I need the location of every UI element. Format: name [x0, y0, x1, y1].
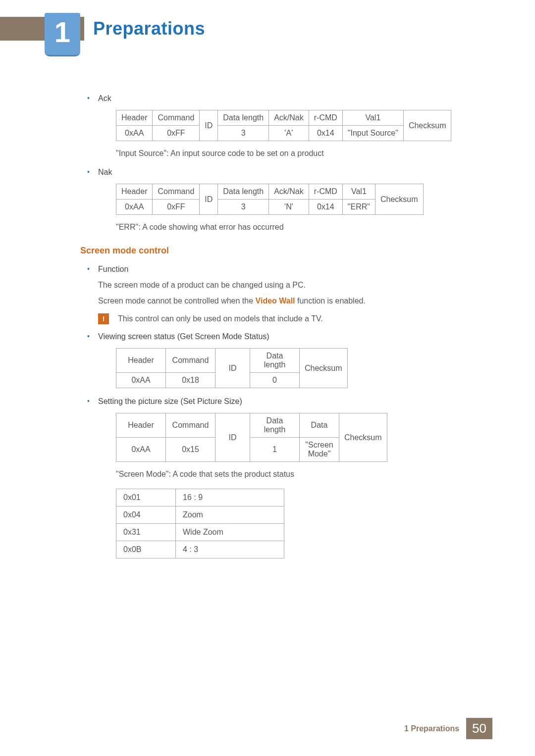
header-cell: Checksum: [339, 413, 387, 462]
header-cell: Header: [116, 349, 166, 373]
header-cell: Data length: [218, 110, 269, 126]
value-cell: 0xFF: [153, 126, 200, 141]
value-cell: 0xAA: [116, 200, 153, 215]
value-cell: 0x14: [309, 200, 342, 215]
mode-code: 0x31: [116, 524, 176, 541]
table-row: Header Command ID Data length Ack/Nak r-…: [116, 184, 424, 200]
setting-label: Setting the picture size (Set Picture Si…: [98, 397, 242, 405]
header-cell: Command: [153, 110, 200, 126]
value-cell: 3: [218, 126, 269, 141]
header-cell: Val1: [342, 110, 403, 126]
header-cell: Data length: [218, 184, 269, 200]
value-cell: 'A': [269, 126, 309, 141]
header-cell: ID: [200, 110, 218, 141]
mode-label: Wide Zoom: [176, 524, 284, 541]
value-cell: 0x15: [166, 438, 215, 462]
nak-item: Nak Header Command ID Data length Ack/Na…: [80, 168, 467, 232]
header-cell: Command: [153, 184, 200, 200]
footer-label: 1 Preparations: [404, 724, 459, 733]
set-table: Header Command ID Data length Data Check…: [116, 413, 387, 462]
chapter-number-badge: 1: [45, 13, 80, 56]
info-callout: ! This control can only be used on model…: [98, 313, 467, 324]
modes-table: 0x01 16 : 9 0x04 Zoom 0x31 Wide Zoom 0x0…: [116, 489, 284, 558]
value-cell: 3: [218, 200, 269, 215]
value-cell: 0x14: [309, 126, 342, 141]
ack-label: Ack: [98, 94, 111, 102]
header-cell: Data length: [250, 413, 300, 438]
header-cell: Checksum: [375, 184, 423, 215]
function-label: Function: [98, 265, 128, 273]
info-text: This control can only be used on models …: [118, 313, 323, 323]
value-cell: "Screen Mode": [300, 438, 339, 462]
set-note: "Screen Mode": A code that sets the prod…: [116, 470, 467, 479]
header-cell: r-CMD: [309, 110, 342, 126]
value-cell: 0: [250, 373, 300, 388]
header-cell: ID: [200, 184, 218, 215]
header-cell: Ack/Nak: [269, 110, 309, 126]
table-row: Header Command ID Data length Data Check…: [116, 413, 387, 438]
nak-table: Header Command ID Data length Ack/Nak r-…: [116, 184, 424, 215]
header-cell: Data length: [250, 349, 300, 373]
table-row: 0x0B 4 : 3: [116, 541, 284, 558]
value-cell: "Input Source": [342, 126, 403, 141]
value-cell: 0xAA: [116, 126, 153, 141]
table-row: 0x01 16 : 9: [116, 489, 284, 506]
video-wall-highlight: Video Wall: [256, 297, 295, 305]
value-cell: 0xFF: [153, 200, 200, 215]
warning-icon: !: [98, 313, 109, 324]
get-table: Header Command ID Data length Checksum 0…: [116, 348, 348, 388]
function-line2c: function is enabled.: [295, 297, 366, 305]
value-cell: 0x18: [166, 373, 215, 388]
function-line2: Screen mode cannot be controlled when th…: [98, 297, 467, 305]
value-cell: 1: [250, 438, 300, 462]
header-cell: Ack/Nak: [269, 184, 309, 200]
header-cell: Command: [166, 349, 215, 373]
header-cell: Header: [116, 184, 153, 200]
ack-table: Header Command ID Data length Ack/Nak r-…: [116, 110, 451, 141]
footer-page-number: 50: [466, 718, 492, 739]
nak-label: Nak: [98, 168, 112, 176]
function-line1: The screen mode of a product can be chan…: [98, 281, 467, 290]
viewing-label: Viewing screen status (Get Screen Mode S…: [98, 332, 269, 341]
header-cell: Command: [166, 413, 215, 438]
ack-item: Ack Header Command ID Data length Ack/Na…: [80, 94, 467, 158]
function-line2a: Screen mode cannot be controlled when th…: [98, 297, 256, 305]
header-cell: ID: [215, 413, 250, 462]
mode-label: 16 : 9: [176, 489, 284, 506]
function-item: Function The screen mode of a product ca…: [80, 265, 467, 324]
value-cell: 'N': [269, 200, 309, 215]
mode-label: Zoom: [176, 506, 284, 524]
page-footer: 1 Preparations 50: [404, 718, 492, 739]
mode-code: 0x04: [116, 506, 176, 524]
section-title: Screen mode control: [80, 246, 467, 256]
table-row: Header Command ID Data length Checksum: [116, 349, 348, 373]
header-cell: ID: [215, 349, 250, 388]
value-cell: 0xAA: [116, 373, 166, 388]
table-row: 0xAA 0xFF 3 'A' 0x14 "Input Source": [116, 126, 451, 141]
table-row: Header Command ID Data length Ack/Nak r-…: [116, 110, 451, 126]
viewing-item: Viewing screen status (Get Screen Mode S…: [80, 332, 467, 388]
table-row: 0x31 Wide Zoom: [116, 524, 284, 541]
header-cell: Val1: [342, 184, 375, 200]
mode-label: 4 : 3: [176, 541, 284, 558]
page-content: Ack Header Command ID Data length Ack/Na…: [80, 94, 467, 561]
mode-code: 0x01: [116, 489, 176, 506]
mode-code: 0x0B: [116, 541, 176, 558]
nak-note: "ERR": A code showing what error has occ…: [116, 223, 467, 232]
header-cell: Data: [300, 413, 339, 438]
header-cell: Checksum: [403, 110, 451, 141]
setting-item: Setting the picture size (Set Picture Si…: [80, 397, 467, 558]
header-cell: r-CMD: [309, 184, 342, 200]
header-cell: Header: [116, 413, 166, 438]
header-cell: Header: [116, 110, 153, 126]
chapter-title: Preparations: [84, 17, 535, 41]
ack-note: "Input Source": An input source code to …: [116, 149, 467, 158]
header-cell: Checksum: [300, 349, 348, 388]
value-cell: 0xAA: [116, 438, 166, 462]
table-row: 0x04 Zoom: [116, 506, 284, 524]
value-cell: "ERR": [342, 200, 375, 215]
